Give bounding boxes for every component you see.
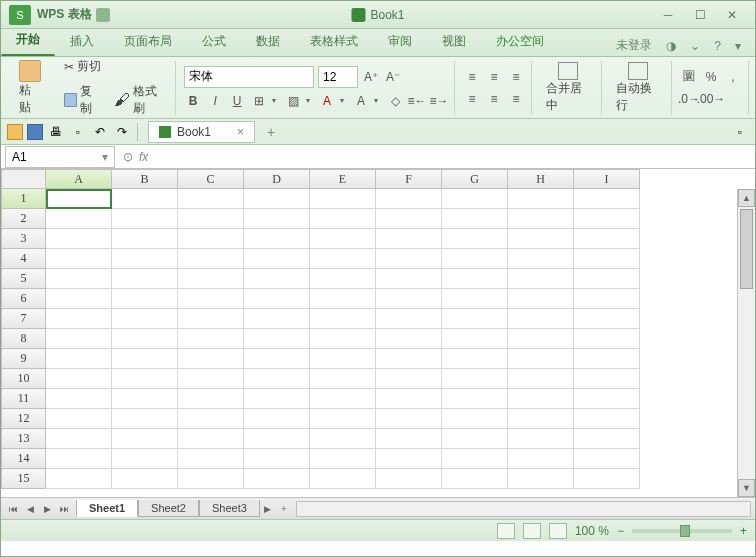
cell[interactable] xyxy=(508,409,574,429)
print-button[interactable]: 🖶 xyxy=(47,123,65,141)
cell[interactable] xyxy=(178,469,244,489)
cell[interactable] xyxy=(112,349,178,369)
cell[interactable] xyxy=(442,369,508,389)
cell[interactable] xyxy=(442,349,508,369)
fill-color-button[interactable]: ▨ xyxy=(284,92,302,110)
cell[interactable] xyxy=(310,309,376,329)
font-color-button[interactable]: A xyxy=(318,92,336,110)
cell[interactable] xyxy=(574,189,640,209)
cell[interactable] xyxy=(310,289,376,309)
row-header[interactable]: 3 xyxy=(1,229,46,249)
merge-center-button[interactable]: 合并居中 xyxy=(540,60,595,116)
formula-input[interactable] xyxy=(156,146,755,168)
zoom-level[interactable]: 100 % xyxy=(575,524,609,538)
cell[interactable] xyxy=(112,389,178,409)
column-header[interactable]: F xyxy=(376,169,442,189)
cell[interactable] xyxy=(574,389,640,409)
cell[interactable] xyxy=(178,229,244,249)
align-top-button[interactable]: ≡ xyxy=(463,68,481,86)
cell[interactable] xyxy=(376,289,442,309)
italic-button[interactable]: I xyxy=(206,92,224,110)
cell[interactable] xyxy=(244,469,310,489)
cell[interactable] xyxy=(46,269,112,289)
cell[interactable] xyxy=(442,249,508,269)
currency-button[interactable]: 圜 xyxy=(680,68,698,86)
borders-button[interactable]: ⊞ xyxy=(250,92,268,110)
cell[interactable] xyxy=(244,269,310,289)
minimize-button[interactable]: ─ xyxy=(657,6,679,24)
increase-font-button[interactable]: A⁺ xyxy=(362,68,380,86)
cell[interactable] xyxy=(112,189,178,209)
next-sheet-button[interactable]: ▶ xyxy=(39,501,55,517)
insert-sheet-button[interactable]: + xyxy=(276,501,292,517)
cell[interactable] xyxy=(178,369,244,389)
normal-view-button[interactable] xyxy=(497,523,515,539)
cell[interactable] xyxy=(46,349,112,369)
align-middle-button[interactable]: ≡ xyxy=(485,68,503,86)
fx-label[interactable]: fx xyxy=(139,150,148,164)
vertical-scrollbar[interactable]: ▲ ▼ xyxy=(737,189,755,497)
cell[interactable] xyxy=(112,289,178,309)
cell[interactable] xyxy=(508,369,574,389)
cell[interactable] xyxy=(46,289,112,309)
cell[interactable] xyxy=(310,329,376,349)
cell[interactable] xyxy=(112,329,178,349)
row-header[interactable]: 9 xyxy=(1,349,46,369)
name-box[interactable]: A1 ▾ xyxy=(5,146,115,168)
cell[interactable] xyxy=(376,189,442,209)
format-painter-button[interactable]: 🖌 格式刷 xyxy=(108,81,169,119)
row-header[interactable]: 6 xyxy=(1,289,46,309)
skin-icon[interactable]: ◑ xyxy=(662,37,680,55)
cell[interactable] xyxy=(178,409,244,429)
cell[interactable] xyxy=(244,409,310,429)
collapse-ribbon-icon[interactable]: ⌄ xyxy=(686,37,704,55)
row-header[interactable]: 4 xyxy=(1,249,46,269)
align-left-button[interactable]: ≡ xyxy=(463,90,481,108)
cell[interactable] xyxy=(244,209,310,229)
app-menu-dropdown[interactable] xyxy=(96,8,110,22)
column-header[interactable]: A xyxy=(46,169,112,189)
column-header[interactable]: C xyxy=(178,169,244,189)
zoom-out-button[interactable]: − xyxy=(617,524,624,538)
percent-button[interactable]: % xyxy=(702,68,720,86)
cell[interactable] xyxy=(508,209,574,229)
select-all-corner[interactable] xyxy=(1,169,46,189)
row-header[interactable]: 10 xyxy=(1,369,46,389)
cell[interactable] xyxy=(46,469,112,489)
cell[interactable] xyxy=(310,269,376,289)
cell[interactable] xyxy=(244,429,310,449)
doc-options-button[interactable]: ▫ xyxy=(731,123,749,141)
cell[interactable] xyxy=(46,409,112,429)
cell[interactable] xyxy=(442,449,508,469)
cell[interactable] xyxy=(112,209,178,229)
cell[interactable] xyxy=(46,449,112,469)
font-name-select[interactable] xyxy=(184,66,314,88)
highlight-button[interactable]: A xyxy=(352,92,370,110)
underline-button[interactable]: U xyxy=(228,92,246,110)
cell[interactable] xyxy=(178,209,244,229)
cell[interactable] xyxy=(178,429,244,449)
cell[interactable] xyxy=(112,249,178,269)
sheet-tab[interactable]: Sheet1 xyxy=(76,500,138,517)
cell[interactable] xyxy=(574,369,640,389)
column-header[interactable]: D xyxy=(244,169,310,189)
cell[interactable] xyxy=(178,309,244,329)
name-box-dropdown-icon[interactable]: ▾ xyxy=(102,150,108,164)
cell[interactable] xyxy=(376,369,442,389)
cell[interactable] xyxy=(574,429,640,449)
cell[interactable] xyxy=(574,229,640,249)
comma-button[interactable]: , xyxy=(724,68,742,86)
cell[interactable] xyxy=(310,209,376,229)
clear-format-button[interactable]: ◇ xyxy=(386,92,404,110)
zoom-in-button[interactable]: + xyxy=(740,524,747,538)
row-header[interactable]: 1 xyxy=(1,189,46,209)
cell[interactable] xyxy=(376,389,442,409)
cell[interactable] xyxy=(376,229,442,249)
cell[interactable] xyxy=(508,449,574,469)
row-header[interactable]: 2 xyxy=(1,209,46,229)
function-wizard-icon[interactable]: ⊙ xyxy=(123,150,133,164)
cell[interactable] xyxy=(244,369,310,389)
row-header[interactable]: 13 xyxy=(1,429,46,449)
row-header[interactable]: 12 xyxy=(1,409,46,429)
cell[interactable] xyxy=(46,329,112,349)
